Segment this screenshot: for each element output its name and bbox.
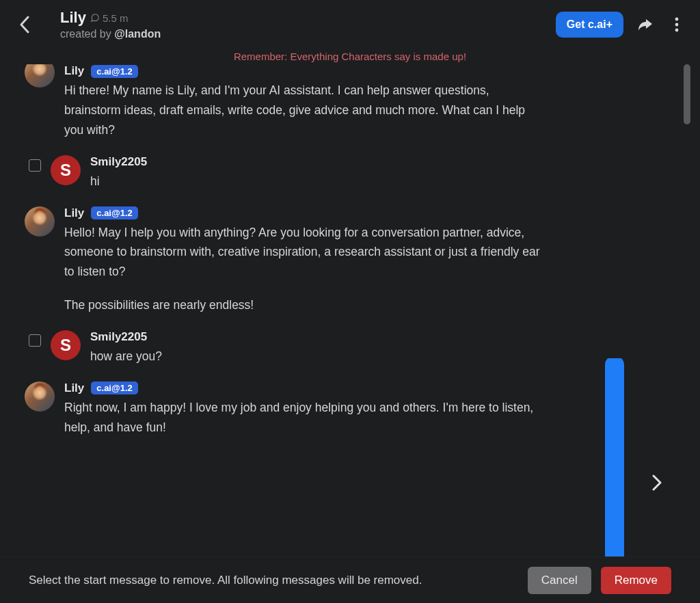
avatar[interactable] [25, 64, 55, 88]
next-variation-button[interactable] [652, 474, 662, 493]
remove-footer: Select the start message to remove. All … [0, 557, 700, 603]
message-row: S Smily2205 how are you? [29, 330, 548, 366]
scrollbar-thumb[interactable] [684, 64, 690, 124]
sender-name: Lily [64, 64, 84, 78]
more-vertical-icon [675, 17, 679, 32]
model-badge: c.ai@1.2 [91, 206, 137, 219]
select-checkbox[interactable] [29, 159, 41, 172]
share-icon [637, 17, 654, 32]
message-text: Hi there! My name is Lily, and I'm your … [64, 81, 544, 140]
sender-name: Lily [64, 381, 84, 395]
chat-bubble-icon [90, 13, 100, 23]
svg-point-0 [675, 18, 679, 21]
model-badge: c.ai@1.2 [91, 65, 137, 78]
model-badge: c.ai@1.2 [91, 381, 137, 394]
message-text: Hello! May I help you with anything? Are… [64, 223, 544, 316]
creator-row: created by @landon [60, 28, 161, 40]
chevron-left-icon [19, 16, 30, 34]
sender-name: Smily2205 [90, 155, 147, 169]
chat-scroll-area[interactable]: Lily c.ai@1.2 Hi there! My name is Lily,… [0, 64, 700, 557]
message-row: S Smily2205 hi [29, 155, 548, 191]
avatar[interactable] [25, 206, 55, 237]
avatar[interactable] [25, 381, 55, 412]
get-plus-button[interactable]: Get c.ai+ [556, 12, 623, 38]
message-row: Lily c.ai@1.2 Hi there! My name is Lily,… [25, 64, 544, 140]
subscriber-count-value: 5.5 m [103, 12, 129, 24]
message-text: how are you? [90, 347, 548, 366]
chat-header: Lily 5.5 m created by @landon Get c.ai+ [0, 0, 700, 49]
avatar[interactable]: S [51, 330, 81, 360]
select-checkbox[interactable] [29, 334, 41, 347]
footer-prompt: Select the start message to remove. All … [29, 574, 422, 587]
svg-point-2 [675, 29, 679, 32]
cancel-button[interactable]: Cancel [528, 567, 591, 594]
chevron-right-icon [652, 474, 662, 491]
message-row: Lily c.ai@1.2 Hello! May I help you with… [25, 206, 544, 316]
sender-name: Smily2205 [90, 330, 147, 344]
svg-point-1 [675, 23, 679, 27]
back-button[interactable] [14, 14, 36, 36]
character-name: Lily [60, 9, 86, 27]
sender-name: Lily [64, 206, 84, 220]
title-wrap: Lily 5.5 m created by @landon [60, 9, 161, 40]
creator-handle[interactable]: @landon [114, 28, 161, 40]
more-menu-button[interactable] [667, 15, 686, 34]
subscriber-count: 5.5 m [90, 12, 129, 24]
remove-button[interactable]: Remove [601, 567, 671, 594]
share-button[interactable] [636, 15, 655, 34]
message-text: hi [90, 172, 548, 191]
disclaimer-text: Remember: Everything Characters say is m… [0, 49, 700, 64]
message-row: Lily c.ai@1.2 Right now, I am happy! I l… [25, 381, 544, 438]
avatar[interactable]: S [51, 155, 81, 185]
message-text: Right now, I am happy! I love my job and… [64, 398, 544, 438]
created-by-prefix: created by [60, 28, 114, 40]
